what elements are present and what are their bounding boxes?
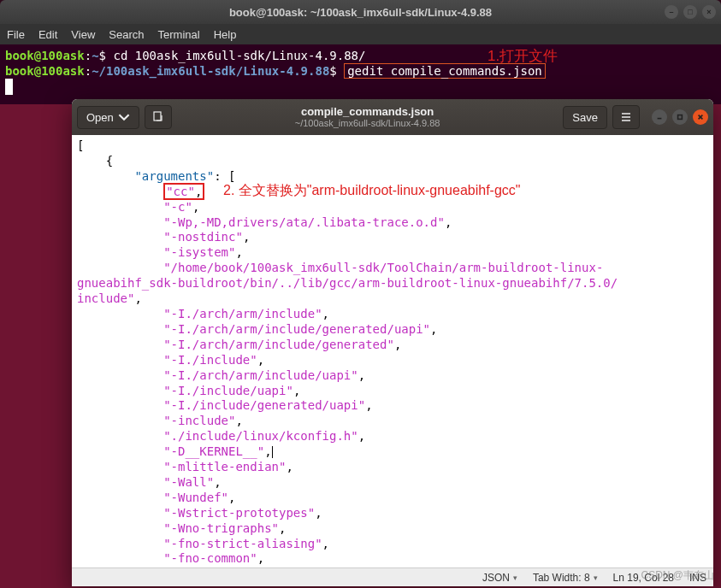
terminal-menubar: File Edit View Search Terminal Help [0,24,721,44]
gedit-title: compile_commands.json [177,105,558,119]
terminal-title: book@100ask: ~/100ask_imx6ull-sdk/Linux-… [229,6,492,19]
status-tabwidth[interactable]: Tab Width: 8 ▾ [533,572,598,584]
maximize-button[interactable] [672,109,688,125]
terminal-cursor [5,79,13,94]
terminal-cmd-1: cd 100ask_imx6ull-sdk/Linux-4.9.88/ [113,49,365,62]
chevron-down-icon: ▾ [513,573,517,582]
prompt-user: book@100ask [5,64,85,78]
text-cursor [272,446,273,458]
menu-terminal[interactable]: Terminal [158,28,200,41]
gedit-title-area: compile_commands.json ~/100ask_imx6ull-s… [177,105,558,130]
status-language[interactable]: JSON ▾ [482,572,517,584]
new-document-icon [152,111,164,123]
svg-rect-0 [154,112,161,121]
close-button[interactable] [693,109,708,125]
close-button[interactable]: × [702,5,716,19]
prompt-user: book@100ask [5,49,85,62]
gedit-window: Open compile_commands.json ~/100ask_imx6… [72,99,713,586]
prompt-path: ~/100ask_imx6ull-sdk/Linux-4.9.88 [92,64,329,78]
gedit-subtitle: ~/100ask_imx6ull-sdk/Linux-4.9.88 [177,118,558,129]
terminal-body[interactable]: book@100ask:~$ cd 100ask_imx6ull-sdk/Lin… [0,44,721,104]
chevron-down-icon: ▾ [594,573,598,582]
menu-search[interactable]: Search [109,28,144,41]
terminal-window-controls: – □ × [665,5,716,19]
minimize-button[interactable]: – [665,5,678,19]
editor-body[interactable]: [ { "arguments": [ "cc", "-c", "-Wp,-MD,… [72,135,713,567]
toolchain-path: "/home/book/100ask_imx6ull-sdk/ToolChain… [77,261,618,305]
gedit-window-controls [652,109,708,125]
hamburger-icon [620,111,632,123]
menu-file[interactable]: File [7,28,25,41]
maximize-button[interactable]: □ [683,5,697,19]
chevron-down-icon [118,111,130,123]
open-button[interactable]: Open [77,106,139,129]
minimize-button[interactable] [652,109,667,125]
prompt-path: ~ [92,49,98,62]
menu-help[interactable]: Help [214,28,237,41]
gedit-statusbar: JSON ▾ Tab Width: 8 ▾ Ln 19, Col 28 INS [72,567,713,586]
save-button[interactable]: Save [563,106,607,129]
gedit-headerbar: Open compile_commands.json ~/100ask_imx6… [72,99,713,135]
cc-token: "cc" [166,185,195,198]
svg-rect-1 [678,115,683,120]
menu-edit[interactable]: Edit [38,28,57,41]
new-tab-button[interactable] [145,105,172,129]
terminal-titlebar: book@100ask: ~/100ask_imx6ull-sdk/Linux-… [0,0,721,24]
annotation-1: 1.打开文件 [488,46,558,66]
watermark: CSDN @韦东山 [641,568,714,583]
annotation-2: 2. 全文替换为"arm-buildroot-linux-gnueabihf-g… [223,182,520,199]
menu-view[interactable]: View [71,28,95,41]
terminal-window: book@100ask: ~/100ask_imx6ull-sdk/Linux-… [0,0,721,104]
hamburger-menu-button[interactable] [612,105,640,129]
